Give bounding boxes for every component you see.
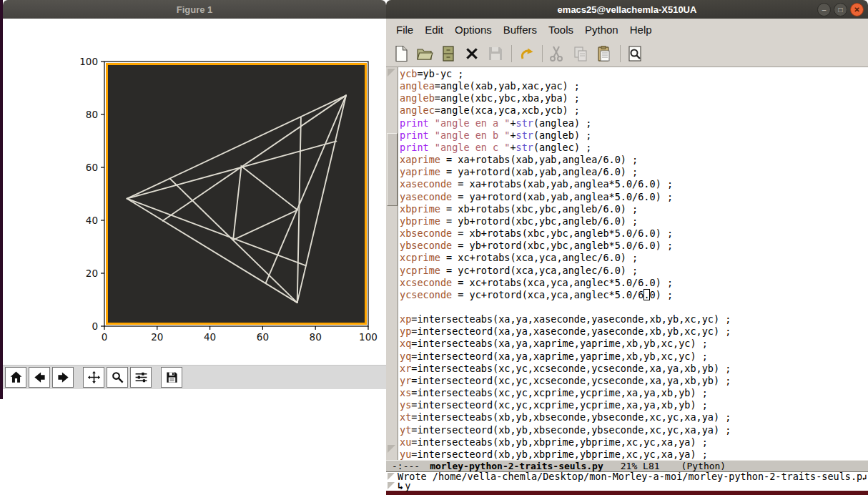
plot-canvas: 020406080100020406080100 <box>3 19 386 365</box>
zoom-button[interactable] <box>107 367 128 388</box>
figure-toolbar <box>3 365 386 389</box>
menu-options[interactable]: Options <box>449 24 498 36</box>
code-line: xs=intersecteabs(xc,yc,xcprime,ycprime,x… <box>400 387 868 399</box>
dired-button[interactable] <box>439 44 458 63</box>
code-line: xcprime = xc+rotabs(xca,yca,anglec/6.0) … <box>400 252 868 264</box>
mode-line-buffer-name: morley-python-2-traits-seuls.py <box>430 461 603 471</box>
code-line: ybseconde = yb+rotord(xbc,ybc,angleb*5.0… <box>400 240 868 252</box>
code-line: xr=intersecteabs(xc,yc,xcseconde,ycsecon… <box>400 363 868 375</box>
code-line: xbseconde = xb+rotabs(xbc,ybc,angleb*5.0… <box>400 227 868 240</box>
save-buffer-button[interactable] <box>486 44 505 63</box>
menu-file[interactable]: File <box>390 24 419 36</box>
maximize-button[interactable]: □ <box>834 3 847 16</box>
text-cursor: . <box>643 289 649 300</box>
code-buffer[interactable]: ycb=yb-yc ;anglea=angle(xab,yab,xac,yac)… <box>398 67 868 460</box>
clipboard-paste-icon <box>596 45 613 62</box>
code-line: xaseconde = xa+rotabs(xab,yab,anglea*5.0… <box>400 178 868 190</box>
code-line: xq=intersecteabs(xa,ya,xaprime,yaprime,x… <box>400 338 868 350</box>
x-tick-label: 40 <box>204 331 216 343</box>
code-line: xu=intersecteabs(xb,yb,xbprime,ybprime,x… <box>400 436 868 449</box>
y-tick-label: 80 <box>86 109 98 120</box>
scroll-top-indicator-icon <box>388 69 395 77</box>
paste-button[interactable] <box>595 44 613 63</box>
code-line: yaprime = ya+rotord(xab,yab,anglea/6.0) … <box>400 166 868 178</box>
figure-window: Figure 1 020406080100020406080100 <box>3 0 386 495</box>
minimize-button[interactable]: – <box>817 3 831 16</box>
code-line: yt=intersecteord(xb,yb,xbseconde,ybsecon… <box>400 424 868 436</box>
menu-tools[interactable]: Tools <box>543 24 579 36</box>
emacs-code-window: ycb=yb-yc ;anglea=angle(xab,yab,xac,yac)… <box>386 67 868 460</box>
save-button[interactable] <box>161 367 182 388</box>
y-tick-label: 100 <box>79 56 98 67</box>
x-tick-label: 20 <box>151 331 163 343</box>
figure-window-title: Figure 1 <box>177 4 213 15</box>
echo-fringe <box>386 481 398 491</box>
configure-subplots-button[interactable] <box>130 367 152 388</box>
morley-plot: 020406080100020406080100 <box>3 19 386 365</box>
mode-line-major-mode: (Python) <box>681 461 726 471</box>
open-file-button[interactable] <box>415 44 434 63</box>
home-button[interactable] <box>5 367 26 388</box>
undo-button[interactable] <box>517 44 536 63</box>
code-line: print "angle en b "+str(angleb) ; <box>400 129 868 142</box>
scissors-icon <box>548 45 566 62</box>
menu-buffers[interactable]: Buffers <box>498 24 543 36</box>
close-buffer-button[interactable] <box>463 44 481 63</box>
toolbar-separator <box>542 45 543 62</box>
desktop: Figure 1 020406080100020406080100 <box>0 0 868 495</box>
emacs-toolbar <box>386 40 868 67</box>
line-wrap-icon: ↳ <box>398 481 403 491</box>
fringe-indicator-icon <box>388 473 395 480</box>
cut-button[interactable] <box>548 44 566 63</box>
emacs-window: emacs25@vellachemla-X510UA – □ ✕ FileEdi… <box>386 0 868 491</box>
menu-python[interactable]: Python <box>579 24 624 36</box>
save-floppy-icon <box>487 45 504 62</box>
new-file-button[interactable] <box>392 44 410 63</box>
file-cabinet-icon <box>440 45 457 62</box>
back-button[interactable] <box>29 367 50 388</box>
code-line: print "angle en a "+str(anglea) ; <box>400 117 868 129</box>
echo-area[interactable]: Wrote /home/vella-chemla/Desktop/mon-Mor… <box>386 472 868 491</box>
new-file-icon <box>393 45 410 62</box>
echo-message-continuation: y <box>405 481 410 491</box>
menu-edit[interactable]: Edit <box>419 24 449 36</box>
figure-titlebar[interactable]: Figure 1 <box>3 0 386 19</box>
y-tick-label: 20 <box>86 268 98 279</box>
code-line: ycseconde = yc+rotord(xca,yca,anglec*5.0… <box>400 289 868 301</box>
emacs-window-title: emacs25@vellachemla-X510UA <box>558 4 697 15</box>
code-line: xcseconde = xc+rotabs(xca,yca,anglec*5.0… <box>400 277 868 289</box>
sliders-icon <box>134 371 148 384</box>
y-tick-label: 0 <box>92 320 98 332</box>
close-x-icon <box>465 46 479 61</box>
forward-arrow-icon <box>56 371 70 384</box>
echo-line-1: Wrote /home/vella-chemla/Desktop/mon-Mor… <box>386 472 868 481</box>
code-line: yp=intersecteord(xa,ya,xaseconde,yasecon… <box>400 325 868 338</box>
left-scrollbar[interactable] <box>386 67 398 460</box>
search-button[interactable] <box>626 44 644 63</box>
code-line: yu=intersecteord(xb,yb,xbprime,ybprime,x… <box>400 449 868 460</box>
menu-help[interactable]: Help <box>624 24 658 36</box>
code-line: ybprime = yb+rotord(xbc,ybc,angleb/6.0) … <box>400 215 868 227</box>
code-line: ys=intersecteord(xc,yc,xcprime,ycprime,x… <box>400 399 868 411</box>
forward-button[interactable] <box>52 367 74 388</box>
code-line: angleb=angle(xbc,ybc,xba,yba) ; <box>400 92 868 104</box>
scrollbar-thumb[interactable] <box>387 133 398 206</box>
code-line: xp=intersecteabs(xa,ya,xaseconde,yasecon… <box>400 313 868 325</box>
x-tick-label: 0 <box>102 331 108 343</box>
emacs-titlebar[interactable]: emacs25@vellachemla-X510UA – □ ✕ <box>386 0 868 19</box>
mode-line-position: 21% L81 <box>621 461 660 471</box>
echo-line-2: ↳ y <box>386 481 868 491</box>
pan-button[interactable] <box>83 367 104 388</box>
code-line: xaprime = xa+rotabs(xab,yab,anglea/6.0) … <box>400 154 868 166</box>
code-line: yaseconde = ya+rotord(xab,yab,anglea*5.0… <box>400 191 868 203</box>
toolbar-separator <box>620 45 621 62</box>
background-window-bottom-edge <box>375 491 868 495</box>
copy-button[interactable] <box>571 44 590 63</box>
x-tick-label: 80 <box>310 331 322 343</box>
fringe-indicator-icon <box>388 482 395 489</box>
home-icon <box>9 371 23 384</box>
emacs-menubar: FileEditOptionsBuffersToolsPythonHelp <box>386 19 868 40</box>
code-line: print "angle en c "+str(anglec) ; <box>400 142 868 154</box>
mode-line-prefix: -:--- <box>392 461 420 471</box>
close-button[interactable]: ✕ <box>850 3 864 16</box>
